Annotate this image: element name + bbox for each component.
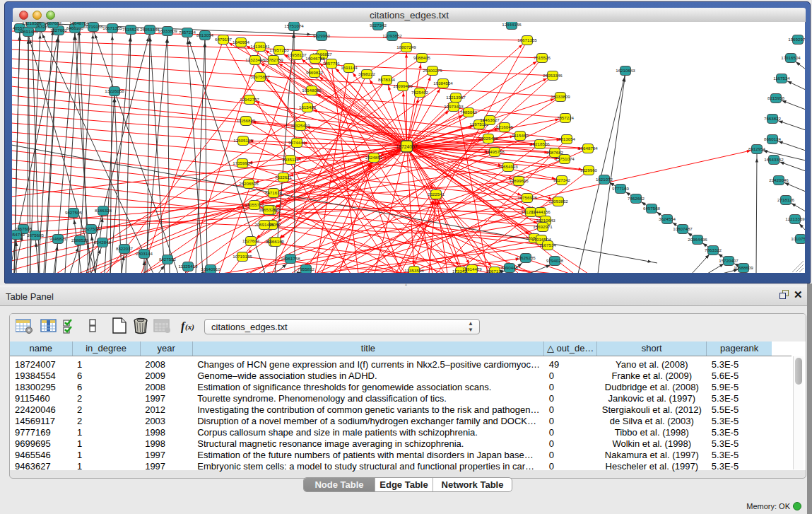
svg-text:8912954: 8912954 [748,146,766,151]
svg-text:13226058: 13226058 [105,88,124,93]
svg-text:2524851: 2524851 [365,155,383,160]
svg-text:9146821: 9146821 [49,236,67,241]
svg-text:8678334: 8678334 [378,77,396,82]
svg-text:9329960: 9329960 [580,168,598,173]
svg-text:15692971: 15692971 [788,37,805,42]
svg-text:16548096: 16548096 [302,88,322,93]
svg-text:9242848: 9242848 [94,240,112,245]
svg-text:8427552: 8427552 [159,257,177,262]
svg-text:16782759: 16782759 [264,57,283,62]
svg-text:12323446: 12323446 [245,57,265,62]
svg-text:25300275: 25300275 [423,68,442,73]
svg-text:16033809: 16033809 [551,94,570,99]
svg-text:2803144: 2803144 [136,251,153,256]
svg-text:6497568: 6497568 [643,206,661,211]
svg-text:9794028: 9794028 [546,258,564,263]
svg-text:8186328: 8186328 [95,208,112,213]
svg-text:9827505: 9827505 [65,210,83,215]
svg-text:15692971: 15692971 [533,224,553,229]
svg-text:9329960: 9329960 [313,33,331,38]
svg-text:15751074: 15751074 [284,23,304,28]
svg-text:8454749: 8454749 [12,232,25,237]
svg-text:2588520: 2588520 [71,238,89,243]
svg-text:17016504: 17016504 [781,55,801,60]
svg-text:1167534: 1167534 [773,76,790,81]
svg-text:10807487: 10807487 [673,226,693,231]
svg-text:14495758: 14495758 [485,149,505,154]
svg-text:7857224: 7857224 [557,115,575,120]
svg-text:16543362: 16543362 [764,157,784,162]
svg-text:16648784: 16648784 [578,146,598,151]
svg-text:1527602: 1527602 [50,28,68,33]
svg-text:12213967: 12213967 [446,95,466,100]
svg-text:16046788: 16046788 [305,56,325,61]
svg-text:9469822: 9469822 [306,70,324,75]
svg-text:1621072: 1621072 [596,177,613,182]
svg-text:12325419: 12325419 [290,123,310,128]
svg-text:10756928: 10756928 [517,195,537,200]
svg-text:11156829: 11156829 [237,118,256,123]
svg-text:8660124: 8660124 [764,136,782,141]
svg-text:13626235: 13626235 [516,255,536,260]
svg-text:26206505: 26206505 [239,181,259,186]
svg-text:12505135: 12505135 [233,138,253,143]
svg-text:8813054: 8813054 [196,33,214,37]
svg-text:12093852: 12093852 [548,199,568,204]
svg-text:26053346: 26053346 [543,73,563,78]
svg-text:16640910: 16640910 [201,267,220,271]
svg-text:7857224: 7857224 [179,30,196,35]
svg-text:1167534: 1167534 [539,243,556,247]
svg-text:6466160: 6466160 [267,239,285,244]
svg-text:10719155: 10719155 [233,254,252,259]
svg-text:1691144: 1691144 [341,65,358,70]
svg-text:7632621: 7632621 [275,175,293,180]
svg-text:16648784: 16648784 [69,22,89,25]
svg-text:2087682: 2087682 [45,22,62,25]
svg-text:6479197: 6479197 [215,37,233,42]
svg-text:8215958: 8215958 [767,95,785,100]
svg-text:7863322: 7863322 [705,247,722,252]
svg-text:10653267: 10653267 [259,207,278,212]
svg-text:19654923: 19654923 [498,164,518,169]
svg-text:20691406: 20691406 [254,222,274,227]
svg-text:12213369: 12213369 [785,216,805,221]
svg-text:8813054: 8813054 [558,136,576,141]
svg-text:9457791: 9457791 [323,61,341,66]
svg-text:10025438: 10025438 [478,136,498,141]
svg-text:16671355: 16671355 [102,25,122,30]
svg-text:8990448: 8990448 [501,265,519,270]
svg-text:18724007: 18724007 [396,144,417,149]
svg-text:9777169: 9777169 [612,186,630,191]
svg-text:12093852: 12093852 [382,33,402,38]
svg-text:14136141: 14136141 [250,44,270,49]
svg-text:2718126: 2718126 [777,197,795,202]
svg-text:16210643: 16210643 [616,68,635,73]
svg-text:19218506: 19218506 [22,22,42,25]
svg-text:3698222: 3698222 [358,71,376,76]
svg-text:7515526: 7515526 [534,55,551,60]
svg-text:17359934: 17359934 [233,160,252,165]
svg-text:7485063: 7485063 [460,110,478,115]
svg-text:3624554: 3624554 [659,216,676,221]
svg-text:16033809: 16033809 [158,28,177,33]
svg-text:19463627: 19463627 [480,117,500,122]
svg-text:2935114: 2935114 [282,157,299,162]
svg-text:10688609: 10688609 [734,265,753,270]
svg-text:20364436: 20364436 [688,237,707,242]
svg-text:(x): (x) [185,322,194,332]
svg-text:7955812: 7955812 [298,267,315,271]
svg-text:18807249: 18807249 [396,45,416,49]
svg-text:1615483: 1615483 [299,105,317,110]
svg-text:11325419: 11325419 [178,264,198,269]
svg-text:3875685: 3875685 [27,233,45,238]
svg-text:6216045: 6216045 [496,124,514,129]
svg-text:1527602: 1527602 [242,238,260,243]
svg-text:16914479: 16914479 [462,267,482,271]
svg-text:14055712: 14055712 [245,202,264,207]
svg-text:22420046: 22420046 [769,177,789,182]
svg-text:9115460: 9115460 [512,133,529,138]
svg-text:16671355: 16671355 [517,37,537,42]
svg-text:19384554: 19384554 [433,81,453,86]
svg-text:7625402: 7625402 [411,90,429,95]
svg-text:30975857: 30975857 [250,74,270,79]
